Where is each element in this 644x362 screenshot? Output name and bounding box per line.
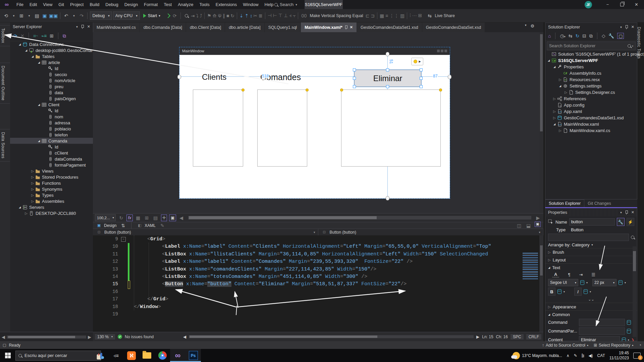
grid-icons[interactable]: ▦ ≡ ⋮⋮ ▥ [380,12,405,20]
designer-vertical-scrollbar[interactable] [539,32,543,213]
design-button-eliminar[interactable]: Eliminar [354,70,421,87]
property-value-input[interactable] [579,319,625,326]
property-value-input[interactable] [579,327,625,335]
hot-reload-icon[interactable]: ⟳ [171,12,178,20]
start-button[interactable] [0,349,15,362]
close-icon[interactable]: ✕ [350,25,353,29]
editor-vertical-scrollbar[interactable] [539,235,543,332]
split-horizontal-icon[interactable]: ⬓ [525,222,532,230]
tree-item-client[interactable]: ◢Client [10,102,93,108]
expand-icon[interactable]: ▷ [31,181,35,185]
taskbar-chrome[interactable] [155,349,170,362]
show-grid-icon[interactable]: ▦ [135,214,142,222]
save-icon[interactable]: ▣ [41,12,48,20]
panel-tab-git-changes[interactable]: Git Changes [584,199,614,207]
layout-icons[interactable]: ⫶ ⋯ ⊞ [410,12,422,20]
expand-icon[interactable]: ▷ [552,97,556,101]
step-icons[interactable]: ⇥ ⤵ ⤴ [191,12,202,20]
user-avatar[interactable]: JF [585,1,592,8]
collapse-icon[interactable]: ◢ [37,103,41,106]
tab-gestiocomandesdataset1-xsd[interactable]: GestioComandesDataSet1.xsd [357,22,422,32]
tray-volume-icon[interactable]: ◀) [588,353,593,358]
collapse-icon[interactable]: ◢ [18,206,22,209]
data-binding-icon[interactable] [627,320,631,325]
taskbar-xampp[interactable]: ℵ [124,349,139,362]
connect-server-icon[interactable]: ⌁≡ [41,33,47,39]
tree-item-poblacio[interactable]: poblacio [10,126,93,132]
menu-view[interactable]: View [40,0,55,9]
menu-debug[interactable]: Debug [102,0,121,9]
tree-item-s16sqlserverwpf[interactable]: ◢C#S16SQLServerWPF [545,57,637,64]
split-vertical-icon[interactable]: ◫ [516,222,523,230]
editor-code-area[interactable]: <Grid><Label x:Name="label" Content="Cli… [132,235,539,332]
section-brush[interactable]: ▷Brush [545,248,637,256]
redo-icon[interactable]: ↷ [78,12,85,20]
tree-item-seccio[interactable]: seccio [10,71,93,77]
editor-zoom-dropdown[interactable]: 130 %▾ [95,334,115,340]
xaml-editor[interactable]: 9−10111213141516171819 <Grid><Label x:Na… [93,235,539,332]
chevron-down-icon[interactable]: ▾ [76,25,78,28]
spacing-equal-icon[interactable]: 00 [301,12,307,20]
effects-toggle-icon[interactable]: fx [126,215,132,221]
tree-item-settings-designer-cs[interactable]: ▷Settings.Designer.cs [545,89,637,96]
properties-icon[interactable]: ⧉ [589,33,593,39]
tree-item-gestiocomandesdataset1-xsd[interactable]: ▷GestioComandesDataSet1.xsd [545,115,637,121]
data-binding-icon[interactable] [557,289,561,294]
rail-tab-data-sources[interactable]: Data Sources [0,129,10,162]
tab-mainwindow-xaml-[interactable]: MainWindow.xaml*✕ [301,22,357,32]
tree-item-mainwindow-xaml[interactable]: ◢</>MainWindow.xaml [545,121,637,127]
expander-chevron-icon[interactable]: ⌄⌄ [545,296,637,303]
design-label-clients[interactable]: Clients [202,72,226,82]
breakpoint-icons[interactable]: ∥ ■ ↻ [223,12,234,20]
panel-tab-solution-explorer[interactable]: Solution Explorer [545,199,584,207]
expand-icon[interactable]: ▷ [558,78,562,81]
expand-icon[interactable]: ▷ [31,199,35,203]
menu-test[interactable]: Test [161,0,175,9]
code-line-10[interactable]: <Label x:Name="label" Content="Clients" … [162,244,491,249]
restore-button[interactable] [615,0,629,9]
tree-item-app-xaml[interactable]: ▷</>App.xaml [545,108,637,115]
task-view-button[interactable]: ⫞≡ [108,349,124,362]
wrench-icon[interactable]: 🔧 [617,218,625,226]
tree-item-assemblies[interactable]: ▷Assemblies [10,198,93,204]
tray-network-icon[interactable]: ⫿⫾ [582,353,584,358]
font-family-dropdown[interactable]: Segoe UI▾ [548,279,578,286]
editor-horizontal-scrollbar[interactable] [189,335,474,338]
size-icons[interactable]: ⊏ ⊐ [366,12,375,20]
code-line-15[interactable]: <Button x:Name="button" Content="Elimina… [162,281,407,287]
font-size-dropdown[interactable]: 22 px▾ [592,279,616,286]
scroll-right-icon[interactable]: ▶ [476,335,479,339]
fit-selection-icon[interactable]: ↻ [118,214,124,222]
code-line-18[interactable]: </Window> [134,304,161,310]
eol-indicator[interactable]: CRLF [526,334,541,340]
menu-git[interactable]: Git [55,0,67,9]
data-binding-icon[interactable] [627,329,631,334]
textalign-tab-icon[interactable]: ⇥ [579,272,583,277]
expand-icon[interactable]: ▷ [552,116,556,120]
designer-horizontal-scrollbar[interactable] [188,216,531,220]
wrench-icon[interactable]: 🔧 [608,33,614,39]
tree-item-settings-settings[interactable]: ◢Settings.settings [545,83,637,89]
panel-horizontal-scrollbar[interactable]: ◀ ▶ [0,332,93,342]
design-main-window[interactable]: MainWindow Clients Comandes 518 87 51 33… [179,47,450,198]
pin-icon[interactable] [625,25,628,29]
solution-search-box[interactable]: Search Solution Explorer ▾ [547,42,636,50]
close-icon[interactable]: ✕ [631,25,634,29]
properties-scrollbar[interactable] [633,246,636,337]
fold-toggle-icon[interactable]: − [121,237,126,242]
italic-button[interactable]: I [574,288,582,296]
tree-item-tables[interactable]: ◢Tables [10,53,93,59]
scroll-right-icon[interactable]: ▶ [535,214,541,222]
paragraph-tab-icon[interactable]: ¶ [568,272,570,277]
space-indicator[interactable]: SPC [511,334,524,340]
expand-icon[interactable]: ▷ [31,187,35,191]
menu-project[interactable]: Project [67,0,87,9]
code-line-9[interactable]: <Grid> [147,236,165,242]
rail-tab-document-outline[interactable]: Document Outline [0,63,10,104]
platform-dropdown[interactable]: Any CPU▾ [113,11,140,20]
expand-icon[interactable]: ▷ [31,175,35,179]
section-text[interactable]: ◢Text [545,263,637,271]
chevron-down-icon[interactable]: ▾ [620,211,622,214]
pin-icon[interactable] [81,25,84,29]
save-all-icon[interactable]: ▣▣ [49,12,58,20]
